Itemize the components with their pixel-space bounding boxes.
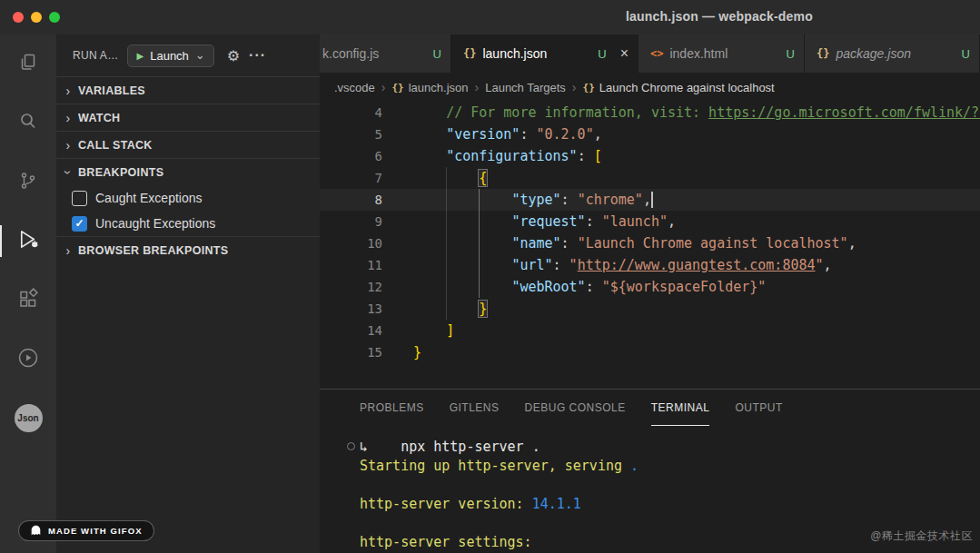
minimize-window-button[interactable] [31, 12, 42, 23]
line-number[interactable]: 12 [320, 276, 382, 298]
panel-tab-problems[interactable]: PROBLEMS [360, 390, 424, 426]
chevron-down-icon[interactable]: ⌄ [195, 52, 205, 59]
more-actions-icon[interactable]: ··· [249, 47, 266, 64]
gear-icon[interactable]: ⚙ [227, 47, 240, 64]
line-number[interactable]: 11 [320, 254, 382, 276]
section-header-call-stack[interactable]: ›CALL STACK [56, 131, 320, 158]
chevron-down-icon: › [61, 165, 75, 180]
panel-tab-terminal[interactable]: TERMINAL [651, 390, 710, 426]
git-untracked-badge: U [598, 47, 606, 61]
tab-label: package.json [836, 46, 911, 61]
explorer-icon [17, 52, 39, 77]
breadcrumb-label: Launch Targets [485, 81, 566, 94]
activity-bar-item-run-circle[interactable] [0, 330, 56, 389]
line-number[interactable]: 10 [320, 232, 382, 254]
breadcrumb-item-vscode[interactable]: .vscode [334, 81, 375, 94]
sidebar-title: RUN A… [73, 49, 118, 62]
git-untracked-badge: U [962, 47, 970, 61]
code-line-5[interactable]: 5 "version": "0.2.0", [320, 123, 980, 145]
activity-bar-item-extensions[interactable] [0, 271, 56, 330]
line-number[interactable]: 5 [320, 123, 382, 145]
section-label: VARIABLES [78, 84, 145, 97]
code-line-7[interactable]: 7 { [320, 167, 980, 189]
section-label: BREAKPOINTS [78, 166, 163, 179]
tab-label: launch.json [482, 46, 547, 61]
code-line-14[interactable]: 14 ] [320, 320, 980, 341]
breadcrumb-item-launch-targets[interactable]: Launch Targets [485, 81, 566, 94]
code-line-10[interactable]: 10 "name": "Launch Chrome against localh… [320, 232, 980, 254]
editor-tabs: k.config.jsU{}launch.jsonU×<>index.htmlU… [320, 35, 980, 73]
section-label: CALL STACK [78, 139, 153, 152]
editor-tab-k-config-js[interactable]: k.config.jsU [320, 35, 451, 73]
section-header-watch[interactable]: ›WATCH [56, 104, 320, 131]
code-editor[interactable]: 4 // For more information, visit: https:… [320, 102, 980, 389]
chevron-right-icon: › [475, 80, 480, 94]
watermark: @稀土掘金技术社区 [870, 528, 973, 544]
code-line-15[interactable]: 15} [320, 341, 980, 363]
line-number[interactable]: 4 [320, 102, 382, 123]
line-number[interactable]: 14 [320, 320, 382, 341]
breakpoint-option-caught-exceptions[interactable]: Caught Exceptions [56, 185, 320, 211]
launch-button[interactable]: ▶ Launch ⌄ [127, 44, 213, 67]
line-number[interactable]: 9 [320, 211, 382, 232]
line-number[interactable]: 13 [320, 298, 382, 320]
command-decoration-icon[interactable] [347, 442, 355, 450]
code-line-text: "version": "0.2.0", [382, 123, 602, 145]
breakpoint-option-uncaught-exceptions[interactable]: Uncaught Exceptions [56, 211, 320, 236]
gifox-badge-label: MADE WITH GIFOX [48, 526, 143, 536]
editor-tab-launch-json[interactable]: {}launch.jsonU× [451, 35, 638, 73]
terminal-line [360, 476, 980, 495]
code-line-text: } [382, 341, 421, 363]
line-number[interactable]: 15 [320, 341, 382, 363]
chevron-right-icon: › [61, 138, 75, 153]
checkbox-checked[interactable] [72, 216, 87, 232]
close-window-button[interactable] [13, 12, 24, 23]
code-line-text: } [382, 298, 487, 320]
line-number[interactable]: 8 [320, 189, 382, 211]
activity-bar-item-search[interactable] [0, 94, 56, 153]
activity-bar-item-run-and-debug[interactable] [0, 212, 56, 271]
code-line-6[interactable]: 6 "configurations": [ [320, 145, 980, 167]
code-line-13[interactable]: 13 } [320, 298, 980, 320]
zoom-window-button[interactable] [49, 12, 60, 23]
code-line-4[interactable]: 4 // For more information, visit: https:… [320, 102, 980, 123]
section-header-breakpoints[interactable]: ›BREAKPOINTS [56, 158, 320, 185]
checkbox-unchecked[interactable] [72, 191, 87, 206]
window-title: launch.json — webpack-demo [626, 9, 813, 24]
terminal-line: ↳ npx http-server . [360, 438, 980, 457]
run-circle-icon [16, 346, 40, 373]
code-line-8[interactable]: 8 "type": "chrome", [320, 189, 980, 211]
panel-tab-output[interactable]: OUTPUT [735, 390, 782, 426]
close-tab-icon[interactable]: × [620, 45, 629, 62]
breadcrumb-item-launch-json[interactable]: {}launch.json [391, 81, 468, 94]
sidebar-header: RUN A… ▶ Launch ⌄ ⚙ ··· [56, 35, 320, 76]
panel-tabs: PROBLEMSGITLENSDEBUG CONSOLETERMINALOUTP… [320, 390, 980, 426]
activity-bar-item-explorer[interactable] [0, 35, 56, 94]
line-number[interactable]: 6 [320, 145, 382, 167]
code-line-text: "webRoot": "${workspaceFolder}" [382, 276, 766, 298]
editor-tab-index-html[interactable]: <>index.htmlU [638, 35, 805, 73]
git-untracked-badge: U [433, 47, 441, 61]
activity-bar-item-source-control[interactable] [0, 153, 56, 212]
gifox-badge: MADE WITH GIFOX [18, 520, 154, 541]
play-icon: ▶ [136, 51, 144, 61]
activity-bar-item-json-badge[interactable]: Json [0, 389, 56, 448]
json-symbol-icon: {} [391, 82, 403, 94]
json-badge-icon: Json [15, 404, 43, 432]
editor-tab-package-json[interactable]: {}package.jsonU [805, 35, 980, 73]
code-line-9[interactable]: 9 "request": "launch", [320, 211, 980, 232]
tab-label: index.html [669, 46, 728, 61]
launch-button-label: Launch [150, 49, 189, 63]
code-line-11[interactable]: 11 "url": "http://www.guangtest.com:8084… [320, 254, 980, 276]
panel-tab-gitlens[interactable]: GITLENS [450, 390, 500, 426]
git-untracked-badge: U [787, 47, 795, 61]
breadcrumb-item-launch-chrome-against-localhost[interactable]: {}Launch Chrome against localhost [583, 81, 775, 94]
code-line-text: "configurations": [ [382, 145, 602, 167]
breadcrumb-label: Launch Chrome against localhost [599, 81, 775, 94]
line-number[interactable]: 7 [320, 167, 382, 189]
panel-tab-debug-console[interactable]: DEBUG CONSOLE [525, 390, 626, 426]
code-line-12[interactable]: 12 "webRoot": "${workspaceFolder}" [320, 276, 980, 298]
section-header-browser-breakpoints[interactable]: ›BROWSER BREAKPOINTS [56, 236, 320, 263]
source-control-icon [17, 170, 39, 195]
section-header-variables[interactable]: ›VARIABLES [56, 76, 320, 104]
